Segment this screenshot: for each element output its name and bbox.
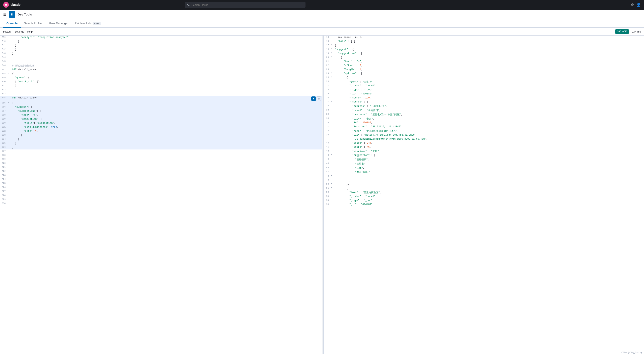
table-row: 28 "_type" : "_doc",: [324, 88, 644, 92]
table-row: 277: [0, 190, 322, 194]
table-row: 248 ▾ {: [0, 72, 322, 76]
beta-badge: BETA: [93, 22, 100, 25]
table-row: 43 ▾ "suggestion" : [: [324, 154, 644, 158]
table-row: 16 "hits" : [ ]: [324, 40, 644, 44]
table-row: 27 "_index" : "hotel",: [324, 84, 644, 88]
table-row: 30 "_score" : 1.0,: [324, 96, 644, 100]
table-row: 247 GET /hotel/_search: [0, 68, 322, 72]
table-row: 276: [0, 186, 322, 190]
elastic-logo: elastic: [3, 2, 20, 8]
footer: CSDN @Ding_Jiaxiong: [620, 351, 644, 354]
tab-console[interactable]: Console: [3, 19, 21, 28]
global-search-input[interactable]: [192, 3, 303, 6]
help-button[interactable]: Help: [27, 30, 32, 33]
table-row: 39 "pic" : "https://m.tuniucdn.com/fb3/s…: [324, 133, 644, 137]
hamburger-button[interactable]: ☰: [3, 12, 6, 17]
table-row: 273: [0, 174, 322, 177]
table-row: 245: [0, 60, 322, 64]
table-row: 259 "completion": {: [0, 117, 322, 121]
table-row: 252 }: [0, 88, 322, 92]
table-row: 274: [0, 177, 322, 182]
history-button[interactable]: History: [3, 30, 11, 33]
table-row: 54 "_type" : "_doc",: [324, 199, 644, 203]
table-row: 24 ▾ "options" : [: [324, 72, 644, 76]
line-actions: ▶ ⧉: [310, 96, 322, 101]
table-row: 40 "price" : 944,: [324, 141, 644, 145]
table-row: 251 }: [0, 84, 322, 88]
settings-button[interactable]: Settings: [14, 30, 24, 33]
user-icon-button[interactable]: 👤: [636, 2, 641, 7]
table-row: 260 "field": "suggestion",: [0, 121, 322, 125]
svg-line-3: [189, 5, 190, 6]
table-row: 45 "三里屯",: [324, 162, 644, 166]
table-row: 37 "location" : "39.92129, 116.43847",: [324, 125, 644, 129]
tab-bar: Console Search Profiler Grok Debugger Pa…: [0, 19, 644, 28]
table-row: 50 ▾ },: [324, 182, 644, 186]
table-row: 44 "皇冠假日",: [324, 158, 644, 162]
tab-grok-debugger[interactable]: Grok Debugger: [46, 19, 72, 28]
tab-search-profiler[interactable]: Search Profiler: [21, 19, 46, 28]
table-row: 17 ▾ },: [324, 44, 644, 48]
table-row: 52 "text" : "三里屯商业区",: [324, 190, 644, 195]
tab-painless-lab[interactable]: Painless Lab BETA: [72, 19, 104, 28]
status-badge: 200 - OK: [615, 29, 629, 34]
table-row: 55 "_id" : "414481",: [324, 203, 644, 207]
table-row: 280: [0, 202, 322, 206]
table-row: 22 "offset" : 0,: [324, 64, 644, 68]
table-row: 258 "text": "s",: [0, 113, 322, 117]
table-row: 267: [0, 150, 322, 154]
table-row: 266 }: [0, 146, 322, 150]
footer-text: CSDN @Ding_Jiaxiong: [622, 352, 642, 354]
table-row: 249 "query": {: [0, 76, 322, 80]
resize-handle[interactable]: ⋮: [322, 35, 324, 354]
table-row: 33 "brand" : "皇冠假日",: [324, 108, 644, 113]
table-row: 48 ▾ ]: [324, 175, 644, 178]
top-nav: elastic ⚙ 👤: [0, 0, 644, 10]
logo-text: elastic: [10, 3, 20, 7]
editor-body[interactable]: 239 "analyzer": "completion_analyzer" 24…: [0, 35, 322, 354]
editor-pane: 239 "analyzer": "completion_analyzer" 24…: [0, 35, 322, 354]
table-row: 23 "length" : 1,: [324, 68, 644, 72]
table-row: 272: [0, 170, 322, 174]
table-row: 261 "skip_duplicates": true,: [0, 125, 322, 129]
table-row: 263 }: [0, 133, 322, 137]
table-row: 270: [0, 162, 322, 166]
table-row: 257 "suggestions": {: [0, 109, 322, 113]
svg-point-2: [187, 4, 189, 6]
table-row: /tT6ipLain1ZovR5gnQ7tJ4KKym5_w200_h200_c…: [324, 137, 644, 141]
run-button[interactable]: ▶: [311, 96, 316, 101]
logo-icon: [3, 2, 9, 8]
table-row: 15 max_score : null,: [324, 35, 644, 40]
table-row: 278: [0, 194, 322, 198]
table-row: 26 "text" : "三里屯",: [324, 80, 644, 84]
table-row: 242 }: [0, 48, 322, 52]
table-row: 36 "id" : 396189,: [324, 121, 644, 125]
table-row: 31 ▾ "_source" : {: [324, 100, 644, 104]
table-row: 250 | "match_all": {}: [0, 80, 322, 84]
table-row: 271: [0, 166, 322, 170]
table-row: 35 "city" : "北京",: [324, 117, 644, 121]
table-row: 19 ▾ "suggestions" : [: [324, 52, 644, 56]
global-search-bar[interactable]: [185, 1, 306, 8]
time-badge: 144 ms: [632, 30, 641, 33]
table-row: 255 ▾ {: [0, 101, 322, 105]
table-row: 279: [0, 198, 322, 202]
nav-icons: ⚙ 👤: [631, 2, 641, 7]
svg-point-1: [5, 5, 7, 6]
table-row: 269: [0, 158, 322, 162]
table-row: 42 "starName" : "五钻",: [324, 149, 644, 154]
output-pane[interactable]: 15 max_score : null, 16 "hits" : [ ] 17 …: [324, 35, 644, 354]
gear-icon-button[interactable]: ⚙: [631, 2, 634, 7]
header-bar: ☰ D Dev Tools: [0, 10, 644, 19]
copy-button[interactable]: ⧉: [316, 96, 321, 101]
table-row: 20 ▾ {: [324, 56, 644, 60]
table-row: 241 }: [0, 44, 322, 48]
table-row: 262 "size": 10: [0, 129, 322, 133]
table-row: 46 "工体",: [324, 166, 644, 170]
avatar[interactable]: D: [9, 11, 15, 18]
table-row: 53 "_index" : "hotel",: [324, 195, 644, 199]
table-row: 25 ▾ {: [324, 76, 644, 80]
search-icon: [187, 3, 190, 6]
table-row: 21 "text" : "s",: [324, 60, 644, 64]
table-row: 49 }: [324, 178, 644, 182]
